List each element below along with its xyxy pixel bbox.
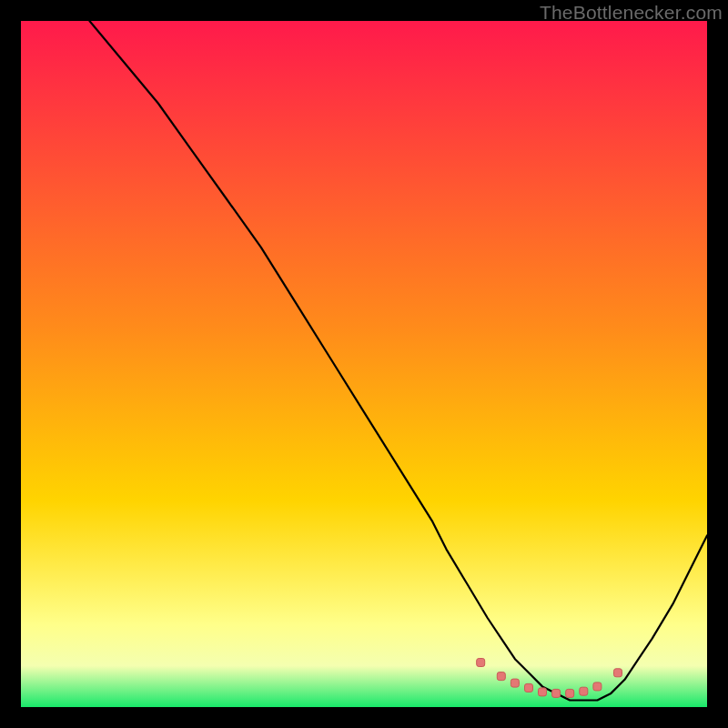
marker-dot [525, 683, 533, 692]
marker-dot [566, 689, 574, 697]
marker-dot [497, 672, 505, 681]
marker-dot [539, 688, 547, 696]
marker-dot [614, 669, 622, 677]
gradient-background [21, 21, 707, 707]
marker-dot [511, 679, 519, 687]
bottleneck-chart [21, 21, 707, 707]
marker-dot [593, 682, 602, 691]
marker-dot [477, 659, 485, 667]
marker-dot [580, 687, 588, 695]
watermark-text: TheBottlenecker.com [540, 2, 723, 24]
marker-dot [552, 689, 561, 697]
